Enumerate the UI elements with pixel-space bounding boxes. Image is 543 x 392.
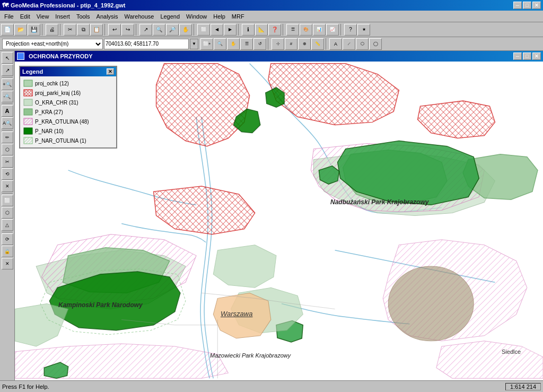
legend-item-proj-ochk: proj_ochk (12): [23, 79, 113, 88]
lt-lock[interactable]: 🔒: [2, 246, 13, 257]
tb-open[interactable]: 📂: [14, 24, 27, 36]
lt-annotate[interactable]: A🔍: [2, 117, 13, 129]
map-canvas[interactable]: Nadbużański Park Krajobrazowy Kampinoski…: [15, 62, 543, 380]
lt-sep-5: [2, 232, 13, 232]
tb-table[interactable]: 📊: [313, 24, 326, 36]
tb-save[interactable]: 💾: [28, 24, 40, 36]
lt-node[interactable]: ⬡: [2, 144, 13, 155]
menu-tools[interactable]: Tools: [73, 12, 93, 21]
legend-item-pkra-otulina: P_KRA_OTULINA (48): [23, 117, 113, 126]
legend-icon-pkra: [23, 108, 33, 116]
toolbar2-right-buttons: ⬜+ 🔍 ✋ ☰ ↺ ⊹ # ⊕ 📏 A ⟋ ⬡ ◯: [200, 38, 382, 50]
toolbar-sep-1: [42, 24, 44, 36]
legend-close-button[interactable]: ✕: [107, 68, 114, 75]
tb-layer[interactable]: ☰: [286, 24, 299, 36]
coord-dropdown[interactable]: ▼: [190, 39, 198, 49]
toolbar-sep-4: [136, 24, 138, 36]
menu-legend[interactable]: Legend: [157, 12, 183, 21]
legend-item-pnar-otulina: P_NAR_OTULINA (1): [23, 136, 113, 145]
menu-mrf[interactable]: MRF: [229, 12, 248, 21]
lt-triangle[interactable]: △: [2, 219, 13, 231]
legend-title: Legend: [22, 68, 43, 75]
svg-rect-39: [24, 90, 32, 96]
tb2-zoom-region[interactable]: 🔍: [214, 38, 226, 50]
lt-arrow[interactable]: ↖: [2, 52, 13, 64]
menu-view[interactable]: View: [33, 12, 52, 21]
tb-help[interactable]: ?: [344, 24, 357, 36]
menu-warehouse[interactable]: Warehouse: [121, 12, 157, 21]
tb-prev-view[interactable]: ◀: [211, 24, 223, 36]
lt-crosshair[interactable]: ✕: [2, 258, 13, 269]
menu-insert[interactable]: Insert: [52, 12, 73, 21]
coordinate-input[interactable]: [104, 39, 189, 49]
lt-text-tool[interactable]: A: [2, 105, 13, 117]
tb-zoom-out[interactable]: 🔎: [166, 24, 179, 36]
lt-zoom-in[interactable]: +🔍: [2, 79, 13, 90]
legend-label-pnar: P_NAR (10): [35, 128, 64, 134]
tb2-ortho[interactable]: ⊕: [298, 38, 311, 50]
tb2-refresh[interactable]: ↺: [253, 38, 266, 50]
lt-polygon[interactable]: ⬡: [2, 207, 13, 219]
tb-pan[interactable]: ✋: [179, 24, 192, 36]
tb-new[interactable]: 📄: [1, 24, 14, 36]
left-toolbar: ↖ ↗ +🔍 -🔍 A A🔍 ✏ ⬡ ✂ ⟲ ✕ ⬜ ⬡ △ ⟳ 🔒 ✕: [0, 51, 15, 380]
legend-icon-proj-parki: [23, 89, 33, 97]
tb-info[interactable]: ℹ: [242, 24, 255, 36]
tb-redo[interactable]: ↪: [121, 24, 134, 36]
legend-icon-okra-chr: [23, 99, 33, 106]
tb2-line[interactable]: ⟋: [343, 38, 355, 50]
lt-split[interactable]: ✂: [2, 156, 13, 168]
menu-window[interactable]: Window: [183, 12, 210, 21]
toolbar-main: 📄 📂 💾 🖨 ✂ ⧉ 📋 ↩ ↪ ↗ 🔍 🔎 ✋ ⬜ ◀ ▶ ℹ 📐 ❓ ☰ …: [0, 22, 543, 37]
tb-zoom-in[interactable]: 🔍: [153, 24, 165, 36]
tb-next-view[interactable]: ▶: [224, 24, 237, 36]
tb2-snap[interactable]: ⊹: [272, 38, 284, 50]
lt-zoom-out[interactable]: -🔍: [2, 91, 13, 102]
lt-rotate[interactable]: ⟲: [2, 168, 13, 180]
tb2-ellipse[interactable]: ◯: [369, 38, 382, 50]
lt-edit[interactable]: ✏: [2, 132, 13, 143]
tb2-poly[interactable]: ⬡: [356, 38, 369, 50]
tb-select[interactable]: ↗: [139, 24, 152, 36]
menu-edit[interactable]: Edit: [17, 12, 33, 21]
tb2-pan-tool[interactable]: ✋: [227, 38, 240, 50]
tb-fit[interactable]: ⬜: [197, 24, 210, 36]
tb-paste[interactable]: 📋: [90, 24, 103, 36]
tb-copy[interactable]: ⧉: [77, 24, 90, 36]
lt-delete[interactable]: ✕: [2, 180, 13, 192]
legend-label-pkra-otulina: P_KRA_OTULINA (48): [35, 119, 89, 125]
legend-label-okra-chr: O_KRA_CHR (31): [35, 100, 78, 106]
legend-title-bar: Legend ✕: [20, 67, 116, 76]
app-title: GeoMedia Professional - ptip_4_1992.gwt: [11, 2, 125, 8]
lt-rectangle[interactable]: ⬜: [2, 195, 13, 206]
menu-file[interactable]: File: [1, 12, 17, 21]
tb-style[interactable]: 🎨: [300, 24, 312, 36]
tb2-select-all[interactable]: ☰: [240, 38, 253, 50]
tb2-zoom-extents[interactable]: ⬜+: [200, 38, 213, 50]
maximize-button[interactable]: □: [523, 2, 531, 9]
tb-undo[interactable]: ↩: [108, 24, 121, 36]
tb2-text[interactable]: A: [329, 38, 342, 50]
svg-rect-43: [24, 118, 32, 125]
tb2-grid[interactable]: #: [285, 38, 297, 50]
tb2-sep-1: [268, 38, 270, 50]
map-close-button[interactable]: ✕: [532, 53, 541, 60]
map-window-icon: [17, 53, 24, 60]
projection-select[interactable]: Projection +east;+north(m): [2, 39, 103, 49]
tb-cut[interactable]: ✂: [64, 24, 76, 36]
tb-chart[interactable]: 📈: [326, 24, 339, 36]
tb-query[interactable]: ❓: [268, 24, 281, 36]
map-minimize-button[interactable]: ─: [513, 53, 522, 60]
tb-print[interactable]: 🖨: [46, 24, 58, 36]
close-button[interactable]: ✕: [532, 2, 541, 9]
legend-icon-pkra-otulina: [23, 118, 33, 125]
tb-about[interactable]: ★: [357, 24, 370, 36]
tb2-measure2[interactable]: 📏: [311, 38, 324, 50]
lt-select-rect[interactable]: ↗: [2, 64, 13, 76]
tb-measure[interactable]: 📐: [255, 24, 268, 36]
menu-help[interactable]: Help: [210, 12, 229, 21]
map-maximize-button[interactable]: □: [523, 53, 531, 60]
menu-analysis[interactable]: Analysis: [93, 12, 121, 21]
lt-measure-dist[interactable]: ⟳: [2, 233, 13, 245]
minimize-button[interactable]: ─: [513, 2, 522, 9]
